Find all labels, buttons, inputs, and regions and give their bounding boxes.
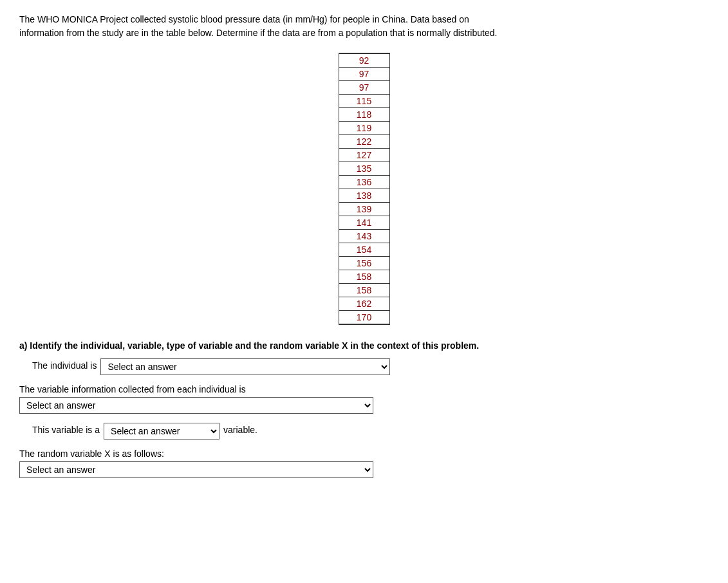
table-cell: 97 <box>339 81 389 95</box>
table-cell: 135 <box>339 162 389 176</box>
blood-pressure-table: 9297971151181191221271351361381391411431… <box>339 53 390 325</box>
table-cell: 136 <box>339 176 389 189</box>
table-cell: 92 <box>339 53 389 68</box>
table-cell: 158 <box>339 284 389 297</box>
table-cell: 156 <box>339 257 389 270</box>
table-cell: 158 <box>339 270 389 284</box>
variable-info-block: The variable information collected from … <box>19 384 709 414</box>
random-variable-select[interactable]: Select an answer <box>19 461 373 478</box>
table-cell: 162 <box>339 297 389 311</box>
table-cell: 127 <box>339 149 389 162</box>
variable-select[interactable]: Select an answer <box>19 397 373 414</box>
table-cell: 122 <box>339 135 389 149</box>
table-cell: 119 <box>339 122 389 135</box>
table-cell: 141 <box>339 216 389 230</box>
random-variable-label: The random variable X is as follows: <box>19 449 709 459</box>
random-variable-block: The random variable X is as follows: Sel… <box>19 449 709 478</box>
individual-row: The individual is Select an answer <box>19 358 709 375</box>
data-table-container: 9297971151181191221271351361381391411431… <box>19 53 709 325</box>
table-cell: 115 <box>339 95 389 108</box>
variable-type-suffix: variable. <box>223 425 257 435</box>
variable-type-prefix: This variable is a <box>32 425 100 435</box>
table-cell: 154 <box>339 243 389 257</box>
table-cell: 143 <box>339 230 389 243</box>
variable-info-label: The variable information collected from … <box>19 384 709 394</box>
table-cell: 139 <box>339 203 389 216</box>
table-cell: 118 <box>339 108 389 122</box>
variable-type-select[interactable]: Select an answer <box>104 423 219 440</box>
individual-select[interactable]: Select an answer <box>100 358 390 375</box>
table-cell: 138 <box>339 189 389 203</box>
table-cell: 170 <box>339 311 389 325</box>
intro-text: The WHO MONICA Project collected systoli… <box>19 13 509 40</box>
section-a: a) Identify the individual, variable, ty… <box>19 340 709 478</box>
individual-label: The individual is <box>32 360 97 371</box>
table-cell: 97 <box>339 68 389 81</box>
this-variable-row: This variable is a Select an answer vari… <box>19 423 709 440</box>
section-a-title: a) Identify the individual, variable, ty… <box>19 340 709 351</box>
